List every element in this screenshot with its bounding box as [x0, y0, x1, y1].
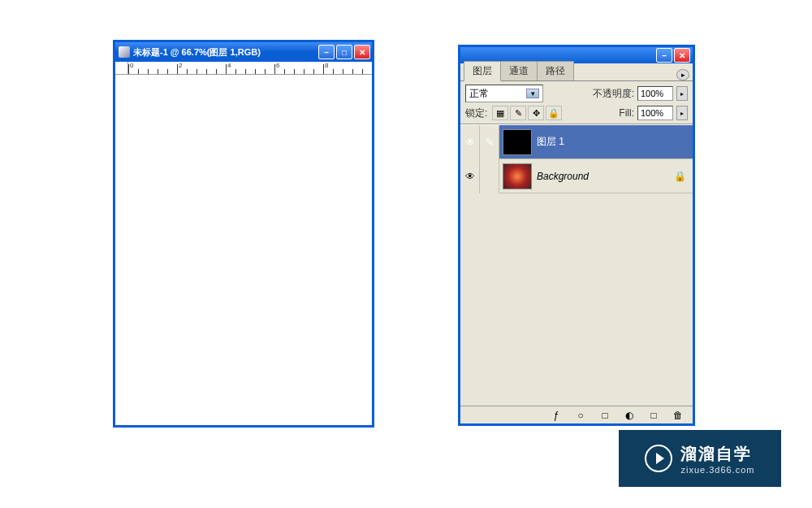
tab-paths[interactable]: 路径	[537, 61, 574, 80]
opacity-label: 不透明度:	[593, 87, 634, 101]
watermark-badge: 溜溜自学 zixue.3d66.com	[619, 430, 781, 487]
layer-name[interactable]: 图层 1	[537, 135, 564, 149]
tab-layers[interactable]: 图层	[464, 61, 501, 81]
panel-close-button[interactable]: ✕	[674, 48, 690, 63]
new-layer-button[interactable]: □	[642, 408, 665, 423]
panel-controls: 正常 ▾ 不透明度: 100% ▸ 锁定: ▦ ✎ ✥ 🔒 Fill: 100%…	[460, 81, 693, 124]
lock-icon: 🔒	[674, 171, 686, 182]
layer-thumbnail[interactable]	[503, 163, 532, 189]
opacity-input[interactable]: 100%	[637, 86, 673, 101]
app-icon	[119, 46, 130, 58]
new-set-button[interactable]: □	[594, 408, 616, 423]
brush-icon: ✎	[486, 137, 494, 148]
maximize-button[interactable]: □	[336, 45, 352, 59]
layer-row[interactable]: 👁 ✎ 图层 1	[460, 125, 693, 159]
close-button[interactable]: ✕	[354, 45, 370, 59]
panel-menu-button[interactable]: ▸	[676, 69, 689, 80]
link-toggle[interactable]: ✎	[480, 125, 499, 159]
lock-label: 锁定:	[465, 106, 487, 120]
adjustment-layer-button[interactable]: ◐	[618, 408, 641, 423]
layer-row[interactable]: 👁 Background 🔒	[460, 159, 693, 193]
layer-style-button[interactable]: ƒ	[545, 408, 568, 423]
minimize-button[interactable]: –	[318, 45, 335, 59]
opacity-expand-button[interactable]: ▸	[676, 86, 688, 101]
layer-thumbnail[interactable]	[503, 129, 532, 155]
panel-footer: ƒ ○ □ ◐ □ 🗑	[460, 406, 693, 423]
eye-icon: 👁	[465, 137, 475, 148]
panel-tabs: 图层 通道 路径 ▸	[460, 63, 693, 81]
document-window: 未标题-1 @ 66.7%(图层 1,RGB) – □ ✕ 0246810 02…	[113, 40, 374, 428]
layer-name[interactable]: Background	[537, 171, 589, 182]
blend-mode-value: 正常	[469, 87, 489, 101]
tab-channels[interactable]: 通道	[500, 61, 538, 80]
lock-buttons: ▦ ✎ ✥ 🔒	[492, 106, 562, 120]
visibility-toggle[interactable]: 👁	[460, 125, 480, 159]
link-toggle[interactable]	[480, 159, 499, 193]
lock-pixels-button[interactable]: ✎	[510, 106, 526, 120]
panel-minimize-button[interactable]: –	[656, 48, 672, 63]
badge-subtitle: zixue.3d66.com	[680, 465, 754, 475]
ruler-horizontal[interactable]: 0246810	[128, 62, 372, 75]
lock-position-button[interactable]: ✥	[528, 106, 544, 120]
ruler-corner	[115, 62, 128, 75]
visibility-toggle[interactable]: 👁	[460, 159, 480, 193]
play-icon	[645, 445, 672, 472]
fill-input[interactable]: 100%	[637, 106, 673, 120]
badge-title: 溜溜自学	[680, 443, 752, 465]
lock-all-button[interactable]: 🔒	[546, 106, 562, 120]
layers-panel-window: – ✕ 图层 通道 路径 ▸ 正常 ▾ 不透明度: 100% ▸ 锁定: ▦ ✎…	[458, 45, 695, 426]
blend-mode-select[interactable]: 正常 ▾	[465, 85, 543, 102]
layer-list: 👁 ✎ 图层 1 👁 Background 🔒	[460, 124, 693, 406]
delete-layer-button[interactable]: 🗑	[667, 408, 689, 423]
document-title: 未标题-1 @ 66.7%(图层 1,RGB)	[133, 46, 318, 59]
lock-transparency-button[interactable]: ▦	[492, 106, 508, 120]
eye-icon: 👁	[465, 171, 475, 182]
window-buttons: – □ ✕	[318, 45, 370, 59]
fill-expand-button[interactable]: ▸	[676, 106, 688, 120]
fill-label: Fill:	[619, 107, 634, 119]
layer-mask-button[interactable]: ○	[569, 408, 592, 423]
document-titlebar[interactable]: 未标题-1 @ 66.7%(图层 1,RGB) – □ ✕	[115, 42, 372, 62]
chevron-down-icon: ▾	[526, 89, 539, 98]
